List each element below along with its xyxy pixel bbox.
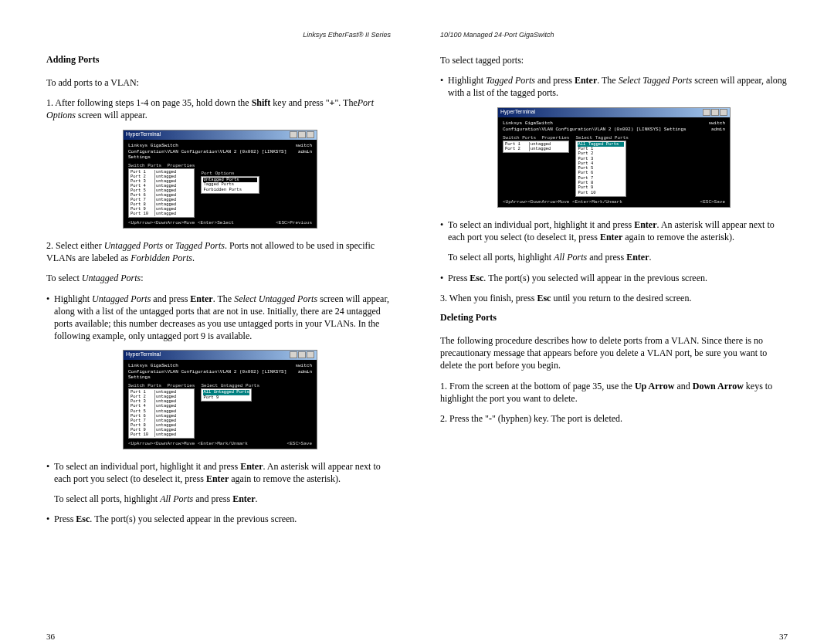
page-number-left: 36 <box>46 632 55 641</box>
select-all-right: To select all ports, highlight All Ports… <box>448 251 788 263</box>
header-left: Linksys EtherFast® II Series <box>46 31 394 39</box>
left-page: Linksys EtherFast® II Series Adding Port… <box>23 31 417 630</box>
step-3: 3. When you finish, press Esc until you … <box>440 292 788 304</box>
del-step-1: 1. From the screen at the bottom of page… <box>440 380 788 405</box>
bullet-select-individual-left: • To select an individual port, highligh… <box>46 460 394 485</box>
bullet-press-esc-right: • Press Esc. The port(s) you selected wi… <box>440 272 788 284</box>
right-page: 10/100 Managed 24-Port GigaSwitch To sel… <box>417 31 811 630</box>
ss1-port-table: Port 1untagged Port 2untagged Port 3unta… <box>128 168 195 218</box>
page-number-right: 37 <box>779 632 788 641</box>
intro-add: To add ports to a VLAN: <box>46 76 394 89</box>
select-untagged-lead: To select Untagged Ports: <box>46 272 394 284</box>
del-step-2: 2. Press the "-" (hyphen) key. The port … <box>440 412 788 425</box>
bullet-highlight-tagged: • Highlight Tagged Ports and press Enter… <box>440 74 788 99</box>
step-1: 1. After following steps 1-4 on page 35,… <box>46 97 394 121</box>
select-tagged-lead: To select tagged ports: <box>440 54 788 66</box>
select-all-left: To select all ports, highlight All Ports… <box>54 493 394 505</box>
bullet-press-esc-left: • Press Esc. The port(s) you selected ap… <box>46 513 394 525</box>
step-2: 2. Select either Untagged Ports or Tagge… <box>46 239 394 264</box>
bullet-select-individual-right: • To select an individual port, highligh… <box>440 219 788 243</box>
screenshot-port-options: HyperTerminal Linksys GigaSwitchswitch C… <box>123 130 317 229</box>
heading-adding-ports: Adding Ports <box>46 54 394 66</box>
screenshot-select-tagged: HyperTerminal Linksys GigaSwitchswitch C… <box>497 107 731 208</box>
bullet-highlight-untagged: • Highlight Untagged Ports and press Ent… <box>46 293 394 343</box>
header-right: 10/100 Managed 24-Port GigaSwitch <box>440 31 788 39</box>
deleting-intro: The following procedure describes how to… <box>440 334 788 372</box>
heading-deleting-ports: Deleting Ports <box>440 312 788 324</box>
screenshot-select-untagged: HyperTerminal Linksys GigaSwitchswitch C… <box>123 350 317 449</box>
